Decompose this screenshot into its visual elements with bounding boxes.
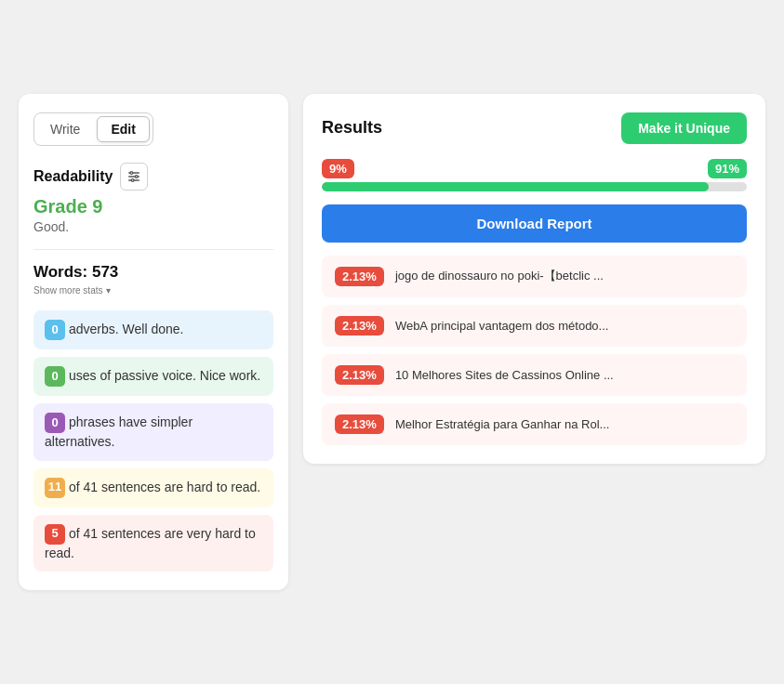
progress-section: 9% 91% — [322, 159, 747, 191]
settings-icon[interactable] — [120, 163, 148, 191]
progress-bar-fill — [322, 182, 709, 191]
result-percentage: 2.13% — [335, 316, 384, 335]
readability-header: Readability — [33, 163, 273, 191]
result-item[interactable]: 2.13%jogo de dinossauro no poki-【betclic… — [322, 256, 747, 297]
left-panel: Write Edit Readability Grade 9 — [19, 94, 288, 590]
svg-point-4 — [136, 176, 139, 178]
result-percentage: 2.13% — [335, 414, 384, 434]
tab-edit[interactable]: Edit — [97, 116, 149, 142]
chevron-down-icon: ▾ — [106, 285, 111, 296]
metric-badge: 0 — [45, 413, 65, 433]
result-title: Melhor Estratégia para Ganhar na Rol... — [395, 417, 610, 431]
divider — [33, 249, 273, 250]
result-title: WebA principal vantagem dos método... — [395, 319, 609, 333]
result-item[interactable]: 2.13%10 Melhores Sites de Cassinos Onlin… — [322, 354, 747, 396]
metric-text: uses of passive voice. Nice work. — [69, 368, 260, 383]
right-panel: Results Make it Unique 9% 91% Download R… — [303, 94, 765, 464]
main-container: Write Edit Readability Grade 9 — [0, 75, 784, 609]
result-item[interactable]: 2.13%Melhor Estratégia para Ganhar na Ro… — [322, 403, 747, 445]
grade-description: Good. — [33, 219, 273, 234]
metric-card: 5of 41 sentences are very hard to read. — [33, 515, 273, 572]
result-title: 10 Melhores Sites de Cassinos Online ... — [395, 368, 614, 382]
metrics-list: 0adverbs. Well done.0uses of passive voi… — [33, 310, 273, 572]
svg-point-3 — [130, 172, 133, 175]
metric-card: 0adverbs. Well done. — [33, 310, 273, 349]
progress-right-badge: 91% — [708, 159, 747, 178]
metric-card: 0uses of passive voice. Nice work. — [33, 357, 273, 396]
result-title: jogo de dinossauro no poki-【betclic ... — [395, 268, 604, 284]
result-items-list: 2.13%jogo de dinossauro no poki-【betclic… — [322, 256, 747, 445]
tab-bar: Write Edit — [33, 112, 153, 146]
metric-text: adverbs. Well done. — [69, 322, 183, 336]
tab-write[interactable]: Write — [37, 116, 93, 142]
make-unique-button[interactable]: Make it Unique — [621, 112, 747, 144]
readability-title: Readability — [33, 168, 113, 185]
results-header: Results Make it Unique — [322, 112, 747, 144]
metric-text: of 41 sentences are very hard to read. — [45, 525, 256, 559]
metric-text: of 41 sentences are hard to read. — [69, 479, 260, 493]
progress-left-badge: 9% — [322, 159, 354, 178]
show-more-label: Show more stats — [33, 285, 102, 296]
grade-value: Grade 9 — [33, 196, 273, 217]
metric-badge: 0 — [45, 320, 65, 340]
metric-card: 11of 41 sentences are hard to read. — [33, 468, 273, 507]
words-count: Words: 573 — [33, 263, 273, 282]
result-item[interactable]: 2.13%WebA principal vantagem dos método.… — [322, 305, 747, 347]
progress-bar — [322, 182, 747, 191]
metric-badge: 5 — [45, 524, 65, 545]
progress-labels: 9% 91% — [322, 159, 747, 178]
results-title: Results — [322, 118, 382, 138]
metric-text: phrases have simpler alternatives. — [45, 414, 193, 449]
svg-point-5 — [132, 179, 135, 182]
metric-badge: 0 — [45, 366, 65, 387]
metric-badge: 11 — [45, 478, 65, 498]
metric-card: 0phrases have simpler alternatives. — [33, 403, 273, 461]
download-report-button[interactable]: Download Report — [322, 204, 747, 243]
result-percentage: 2.13% — [335, 365, 384, 385]
readability-section: Readability Grade 9 Good. — [33, 163, 273, 234]
result-percentage: 2.13% — [335, 267, 384, 286]
show-more-stats[interactable]: Show more stats ▾ — [33, 285, 273, 296]
